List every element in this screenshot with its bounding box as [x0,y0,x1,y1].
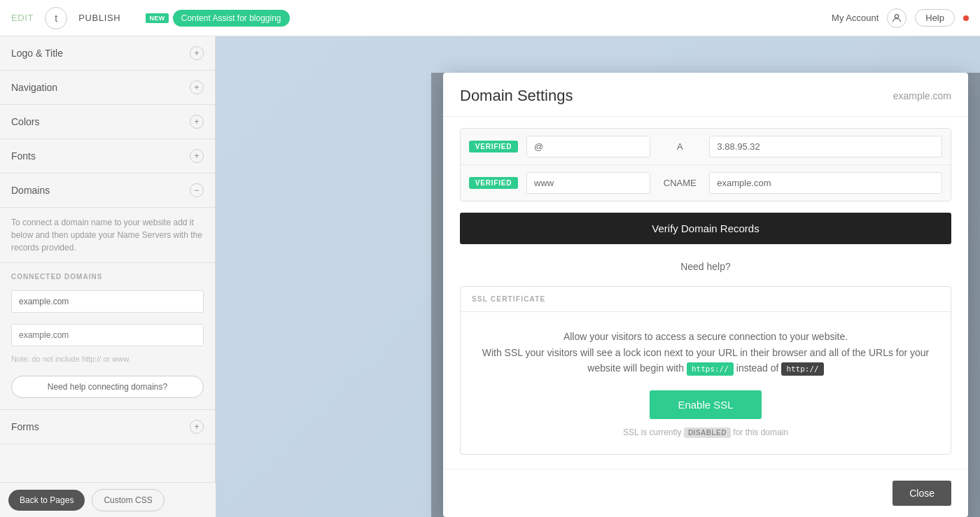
sidebar-domains-description: To connect a domain name to your website… [0,208,215,263]
connected-domain-value: example.com [11,290,204,313]
ssl-https-code: https:// [687,362,734,376]
ssl-description: Allow your visitors to access a secure c… [477,329,934,376]
domain-settings-modal: Domain Settings example.com VERIFIED @ A… [443,73,968,516]
ssl-section-title: SSL CERTIFICATE [461,287,951,312]
close-button[interactable]: Close [892,481,951,506]
topbar: EDIT t PUBLISH NEW Content Assist for bl… [0,0,980,36]
dns-row-1: VERIFIED www CNAME example.com [461,165,951,201]
forms-add-icon[interactable]: + [190,420,204,434]
account-label: My Account [832,13,878,23]
topbar-right: My Account Help [832,8,969,28]
sidebar-fonts-label: Fonts [11,150,36,162]
sidebar: Logo & Title + Navigation + Colors + Fon… [0,36,216,517]
custom-css-button[interactable]: Custom CSS [92,489,164,511]
ssl-status-suffix: for this domain [733,427,788,437]
colors-add-icon[interactable]: + [190,115,204,129]
sidebar-domains-label: Domains [11,185,50,196]
avatar[interactable]: t [45,7,67,29]
modal-header: Domain Settings example.com [443,73,968,117]
bottombar: Back to Pages Custom CSS [0,482,216,517]
sidebar-forms-label: Forms [11,421,39,432]
dns-value-0: 3.88.95.32 [709,136,942,157]
ssl-status-text: SSL is currently [623,427,682,437]
dns-row-0: VERIFIED @ A 3.88.95.32 [461,129,951,165]
ssl-status: SSL is currently DISABLED for this domai… [477,427,934,437]
sidebar-logo-title-label: Logo & Title [11,48,63,59]
sidebar-item-navigation[interactable]: Navigation + [0,71,215,105]
ssl-desc-line2: With SSL your visitors will see a lock i… [482,347,930,358]
content-assist-button[interactable]: Content Assist for blogging [173,10,290,27]
fonts-add-icon[interactable]: + [190,149,204,163]
account-icon[interactable] [887,8,906,28]
publish-button[interactable]: PUBLISH [78,13,120,23]
sidebar-colors-label: Colors [11,116,39,127]
edit-button[interactable]: EDIT [11,13,34,23]
sidebar-item-colors[interactable]: Colors + [0,105,215,139]
sidebar-item-domains[interactable]: Domains − [0,173,215,208]
notification-dot [963,15,969,21]
new-badge: NEW [146,13,168,23]
dns-type-1: CNAME [659,178,701,188]
ssl-http-code: http:// [781,362,823,376]
dns-host-0: @ [526,136,650,157]
dns-host-1: www [526,172,650,194]
enable-ssl-button[interactable]: Enable SSL [650,390,761,419]
ssl-instead-text: instead of [736,362,779,374]
ssl-section: SSL CERTIFICATE Allow your visitors to a… [460,286,951,454]
logo-title-add-icon[interactable]: + [190,46,204,60]
dns-value-1: example.com [709,172,942,194]
ssl-desc-line3: website will begin with [587,362,684,374]
verified-badge-1: VERIFIED [469,177,518,189]
dns-type-0: A [659,141,701,152]
ssl-desc-line1: Allow your visitors to access a secure c… [564,331,848,342]
verified-badge-0: VERIFIED [469,141,518,153]
navigation-add-icon[interactable]: + [190,80,204,94]
help-connecting-button[interactable]: Need help connecting domains? [11,376,204,398]
ssl-body: Allow your visitors to access a secure c… [461,312,951,453]
sidebar-navigation-label: Navigation [11,82,57,93]
sidebar-item-logo-title[interactable]: Logo & Title + [0,36,215,71]
domain-note: Note: do not include http:// or www. [11,355,204,363]
topbar-left: EDIT t PUBLISH NEW Content Assist for bl… [11,7,290,29]
connected-domains-title: CONNECTED DOMAINS [0,263,215,285]
modal-title: Domain Settings [460,87,573,105]
modal-domain: example.com [893,90,951,101]
dns-records-table: VERIFIED @ A 3.88.95.32 VERIFIED www CNA… [460,128,951,201]
help-button[interactable]: Help [915,9,955,27]
modal-body: VERIFIED @ A 3.88.95.32 VERIFIED www CNA… [443,128,968,454]
sidebar-item-fonts[interactable]: Fonts + [0,139,215,173]
sidebar-item-forms[interactable]: Forms + [0,409,215,444]
modal-overlay: Domain Settings example.com VERIFIED @ A… [431,73,980,517]
main-background: Client Login Test Page Domain Settings e… [216,36,980,517]
need-help-link[interactable]: Need help? [443,255,968,286]
domains-collapse-icon[interactable]: − [190,183,204,197]
svg-point-0 [895,14,899,17]
modal-footer: Close [443,469,968,517]
back-to-pages-button[interactable]: Back to Pages [8,490,85,511]
domain-input[interactable] [11,324,204,346]
verify-domain-button[interactable]: Verify Domain Records [460,213,951,244]
ssl-disabled-badge: DISABLED [684,427,731,438]
